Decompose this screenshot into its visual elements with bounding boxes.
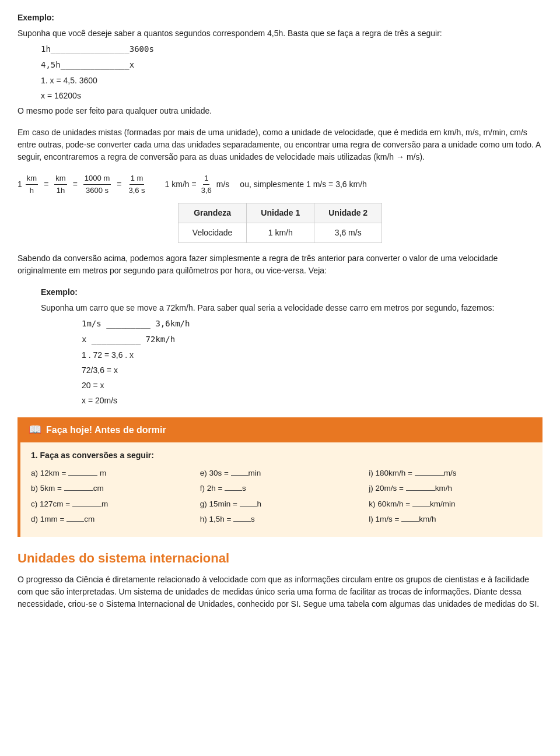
fraction-1-36: 1 3,6 bbox=[200, 173, 213, 196]
exemplo2-intro: Suponha um carro que se move a 72km/h. P… bbox=[41, 302, 542, 314]
table-cell-velocidade: Velocidade bbox=[178, 223, 247, 243]
faca-hoje-title: Faça hoje! Antes de dormir bbox=[46, 423, 166, 437]
ex-i: i) 180km/h = m/s bbox=[369, 467, 532, 479]
blank-e bbox=[231, 468, 249, 476]
faca-icon: 📖 bbox=[29, 422, 41, 438]
regra3b-block: 1m/s _________ 3,6km/h x __________ 72km… bbox=[82, 318, 542, 346]
exemplo-intro: Suponha que você deseje saber a quantos … bbox=[18, 27, 542, 40]
table-header-unidade1: Unidade 1 bbox=[247, 203, 314, 223]
frac-label: 1 bbox=[18, 178, 22, 191]
exercises-grid: a) 12km = m b) 5km = cm c) 127cm = m d) … bbox=[31, 467, 532, 529]
blank-j bbox=[406, 483, 435, 491]
ex-f: f) 2h = s bbox=[200, 483, 363, 494]
regra3-block: 1h________________3600s 4,5h____________… bbox=[41, 43, 542, 71]
regra3-line1: 1h________________3600s bbox=[41, 43, 542, 55]
mesmo-texto: O mesmo pode ser feito para qualquer out… bbox=[18, 105, 542, 117]
conversion-table: Grandeza Unidade 1 Unidade 2 Velocidade … bbox=[178, 203, 382, 243]
calc1: 1 . 72 = 3,6 . x bbox=[82, 349, 542, 361]
em-caso-texto: Em caso de unidades mistas (formadas por… bbox=[18, 126, 542, 163]
fraction-1000m-3600s: 1000 m 3600 s bbox=[83, 173, 111, 196]
exemplo2-section: Exemplo: Suponha um carro que se move a … bbox=[41, 286, 542, 407]
kmh-unit: m/s bbox=[216, 178, 230, 191]
table-cell-36ms: 3,6 m/s bbox=[314, 223, 382, 243]
fraction-km-h: km h bbox=[26, 173, 38, 196]
calc-block: 1 . 72 = 3,6 . x 72/3,6 = x 20 = x x = 2… bbox=[82, 349, 542, 407]
blank-i bbox=[415, 468, 444, 476]
table-cell-1kmh: 1 km/h bbox=[247, 223, 314, 243]
ex-e: e) 30s = min bbox=[200, 467, 363, 479]
exemplo-section: Exemplo: Suponha que você deseje saber a… bbox=[18, 12, 542, 117]
blank-l bbox=[401, 514, 419, 522]
ex-h: h) 1,5h = s bbox=[200, 514, 363, 525]
exercises-col3: i) 180km/h = m/s j) 20m/s = km/h k) 60km… bbox=[369, 467, 532, 529]
faca-hoje-title-bar: 📖 Faça hoje! Antes de dormir bbox=[20, 417, 542, 442]
unidades-title: Unidades do sistema internacional bbox=[18, 548, 542, 568]
ex-j: j) 20m/s = km/h bbox=[369, 483, 532, 494]
ex-g: g) 15min = h bbox=[200, 498, 363, 510]
sabendo-texto: Sabendo da conversão acima, podemos agor… bbox=[18, 252, 542, 277]
formula-section: 1 km h = km 1h = 1000 m 3600 s = 1 m 3,6… bbox=[18, 173, 542, 196]
exercises-col1: a) 12km = m b) 5km = cm c) 127cm = m d) … bbox=[31, 467, 194, 529]
ex-d: d) 1mm = cm bbox=[31, 514, 194, 525]
regra3b-line2: x __________ 72km/h bbox=[82, 333, 542, 346]
calc3: 20 = x bbox=[82, 379, 542, 392]
ex-k: k) 60km/h = km/min bbox=[369, 498, 532, 510]
faca-hoje-box: 📖 Faça hoje! Antes de dormir 1. Faça as … bbox=[18, 417, 542, 537]
step2: x = 16200s bbox=[41, 90, 542, 102]
fraction-1m-36s: 1 m 3,6 s bbox=[127, 173, 146, 196]
fraction-km-1h: km 1h bbox=[54, 173, 66, 196]
steps-block: 1. x = 4,5. 3600 x = 16200s bbox=[41, 75, 542, 102]
exercises-col2: e) 30s = min f) 2h = s g) 15min = h h) 1… bbox=[200, 467, 363, 529]
calc2: 72/3,6 = x bbox=[82, 364, 542, 377]
ex-a: a) 12km = m bbox=[31, 467, 194, 479]
ex-c: c) 127cm = m bbox=[31, 498, 194, 510]
blank-f bbox=[225, 483, 242, 491]
table-header-grandeza: Grandeza bbox=[178, 203, 247, 223]
blank-a bbox=[68, 468, 97, 476]
kmh-eq: 1 km/h = bbox=[165, 178, 197, 191]
blank-h bbox=[233, 514, 251, 522]
step1: 1. x = 4,5. 3600 bbox=[41, 75, 542, 87]
em-caso-section: Em caso de unidades mistas (formadas por… bbox=[18, 126, 542, 163]
regra3b-line1: 1m/s _________ 3,6km/h bbox=[82, 318, 542, 330]
regra3-line2: 4,5h______________x bbox=[41, 59, 542, 71]
ex-b: b) 5km = cm bbox=[31, 483, 194, 494]
blank-c bbox=[72, 498, 102, 507]
blank-g bbox=[240, 498, 257, 507]
exercise-intro: 1. Faça as conversões a seguir: bbox=[31, 449, 532, 462]
table-header-unidade2: Unidade 2 bbox=[314, 203, 382, 223]
formula-text-or: ou, simplesmente 1 m/s = 3,6 km/h bbox=[240, 178, 366, 191]
unidades-section: Unidades do sistema internacional O prog… bbox=[18, 548, 542, 610]
sabendo-section: Sabendo da conversão acima, podemos agor… bbox=[18, 252, 542, 277]
blank-b bbox=[64, 483, 93, 491]
blank-d bbox=[66, 514, 84, 522]
calc4: x = 20m/s bbox=[82, 395, 542, 407]
unidades-texto: O progresso da Ciência é diretamente rel… bbox=[18, 574, 542, 610]
table-section: Grandeza Unidade 1 Unidade 2 Velocidade … bbox=[18, 203, 542, 243]
exemplo-header: Exemplo: bbox=[18, 12, 542, 24]
ex-l: l) 1m/s = km/h bbox=[369, 514, 532, 525]
exemplo2-header: Exemplo: bbox=[41, 286, 542, 298]
blank-k bbox=[412, 498, 430, 507]
